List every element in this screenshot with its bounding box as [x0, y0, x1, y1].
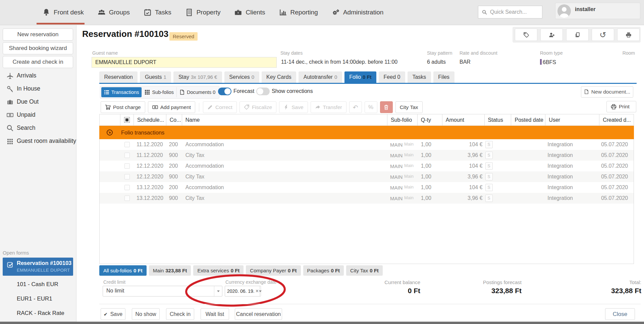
- add-payment-button[interactable]: Add payment: [148, 101, 195, 113]
- sidebar-item-unpaid[interactable]: Unpaid: [0, 108, 76, 121]
- subfolio-tab-extra-services[interactable]: Extra services0 Ft: [193, 265, 244, 276]
- subfolio-tab-main[interactable]: Main323,88 Ft: [149, 265, 191, 276]
- subfolio-tab-city-tax[interactable]: City Tax0 Ft: [346, 265, 383, 276]
- clear-icon[interactable]: ×: [256, 288, 259, 294]
- tab-autotransfer[interactable]: Autotransfer0: [299, 71, 342, 83]
- delete-button[interactable]: [380, 101, 393, 113]
- save-transaction-button[interactable]: Save: [279, 101, 308, 113]
- col-qty[interactable]: Q-ty: [418, 114, 442, 125]
- tab-reservation[interactable]: Reservation: [99, 71, 138, 83]
- copy-button[interactable]: [566, 29, 589, 41]
- forecast-toggle[interactable]: [218, 88, 231, 95]
- transaction-row[interactable]: 11.12.2020200AccommodationMAIN Main1,001…: [99, 139, 634, 150]
- cancel-reservation-button[interactable]: Cancel reservation: [235, 308, 282, 320]
- select-all-checkbox[interactable]: [124, 117, 130, 123]
- col-code[interactable]: Co...: [166, 114, 182, 125]
- nav-front-desk[interactable]: Front desk: [42, 0, 84, 25]
- quick-search-input[interactable]: Quick Search...: [478, 6, 542, 18]
- nav-tasks[interactable]: Tasks: [143, 0, 171, 25]
- col-posted-date[interactable]: Posted date: [511, 114, 545, 125]
- fiscalize-button[interactable]: Fiscalize: [239, 101, 276, 113]
- print-button[interactable]: Print: [606, 101, 636, 112]
- sidebar-item-label: Search: [17, 124, 35, 131]
- col-created-date[interactable]: Created d...: [599, 114, 634, 125]
- sidebar-item-guest-room-availability[interactable]: Guest room availability: [0, 134, 76, 148]
- transaction-row[interactable]: 13.12.2020200AccommodationMAIN Main1,001…: [99, 182, 634, 193]
- check-in-button[interactable]: Check in: [166, 308, 194, 320]
- tab-key-cards[interactable]: Key Cards: [262, 71, 297, 83]
- row-checkbox[interactable]: [124, 163, 130, 169]
- save-button[interactable]: ✔ Save: [101, 308, 125, 320]
- tab-guests[interactable]: Guests1: [140, 71, 171, 83]
- col-user[interactable]: User: [545, 114, 599, 125]
- search-placeholder: Quick Search...: [487, 9, 527, 15]
- correct-button[interactable]: Correct: [203, 101, 237, 113]
- tab-stay[interactable]: Stay3x 107,96 €: [173, 71, 222, 83]
- no-show-button[interactable]: No show: [132, 308, 160, 320]
- row-created-date: 05.07.2020: [599, 152, 634, 158]
- history-button[interactable]: ↺: [592, 29, 614, 41]
- row-checkbox[interactable]: [124, 142, 130, 147]
- tab-services[interactable]: Services0: [224, 71, 259, 83]
- subtab-sub-folios[interactable]: Sub-folios: [142, 87, 176, 97]
- folio-transactions-group-row[interactable]: Folio transactions: [99, 126, 634, 139]
- transfer-button[interactable]: Transfer: [311, 101, 346, 113]
- open-form-reservation[interactable]: Reservation #100103 EMMANUELLE DUPORT: [3, 258, 73, 276]
- nav-property[interactable]: Property: [185, 0, 221, 25]
- shared-booking-wizard-button[interactable]: Shared booking wizard: [3, 42, 73, 54]
- tab-tasks[interactable]: Tasks: [408, 71, 431, 83]
- col-schedule[interactable]: Schedule...: [134, 114, 166, 125]
- user-menu[interactable]: installer: [555, 3, 640, 19]
- chevron-down-icon[interactable]: [259, 286, 261, 296]
- tab-feed[interactable]: Feed 0: [379, 71, 405, 83]
- subtab-documents[interactable]: Documents 0: [176, 87, 218, 97]
- subfolio-tab-all[interactable]: All sub-folios0 Ft: [99, 265, 147, 276]
- subfolio-tab-packages[interactable]: Packages0 Ft: [303, 265, 344, 276]
- transaction-row[interactable]: 12.12.2020900City TaxMAIN Main1,003,96 €…: [99, 171, 634, 182]
- undo-button[interactable]: ↶: [349, 101, 362, 113]
- open-form-cash-eur[interactable]: 101 - Cash EUR: [3, 279, 73, 289]
- print-tray-button[interactable]: [617, 29, 640, 41]
- subfolio-tab-company-payer[interactable]: Company Payer0 Ft: [246, 265, 301, 276]
- col-subfolio[interactable]: Sub-folio: [387, 114, 418, 125]
- transaction-row[interactable]: 11.12.2020900City TaxMAIN Main1,003,96 €…: [99, 150, 634, 161]
- open-form-eur1[interactable]: EUR1 - EUR1: [3, 294, 73, 304]
- nav-administration[interactable]: Administration: [331, 0, 383, 25]
- close-button[interactable]: Close: [605, 308, 635, 320]
- transaction-row[interactable]: 13.12.2020900City TaxMAIN Main1,003,96 €…: [99, 193, 634, 204]
- nav-reporting[interactable]: Reporting: [279, 0, 318, 25]
- nav-clients[interactable]: Clients: [234, 0, 265, 25]
- sidebar-item-search[interactable]: Search: [0, 121, 76, 134]
- city-tax-button[interactable]: City Tax: [395, 101, 423, 113]
- row-checkbox[interactable]: [124, 185, 130, 190]
- subtab-transactions[interactable]: Transactions: [101, 87, 142, 97]
- tab-folio[interactable]: Folio0 Ft: [344, 71, 376, 83]
- sidebar-item-in-house[interactable]: In House: [0, 82, 76, 95]
- row-checkbox[interactable]: [124, 153, 130, 158]
- sidebar-item-due-out[interactable]: Due Out: [0, 95, 76, 108]
- sidebar-item-arrivals[interactable]: Arrivals: [0, 69, 76, 82]
- col-status[interactable]: Status: [485, 114, 512, 125]
- create-and-check-in-button[interactable]: Create and check in: [3, 56, 73, 68]
- guest-name-input[interactable]: EMMANUELLE DUPORT: [92, 57, 277, 68]
- nav-groups[interactable]: Groups: [97, 0, 130, 25]
- col-name[interactable]: Name: [182, 114, 387, 125]
- post-charge-button[interactable]: Post charge: [101, 101, 145, 113]
- open-form-rack-rate[interactable]: RACK - Rack Rate: [3, 308, 73, 318]
- percent-button[interactable]: %: [365, 101, 377, 113]
- exchange-date-input[interactable]: 2020. 06. 19. ×: [225, 286, 261, 296]
- show-corrections-toggle[interactable]: [256, 88, 270, 95]
- add-guest-button[interactable]: [540, 29, 563, 41]
- row-checkbox[interactable]: [124, 174, 130, 179]
- credit-limit-select[interactable]: No limit: [103, 286, 222, 296]
- chevron-down-icon[interactable]: [214, 286, 222, 296]
- tags-button[interactable]: [515, 29, 537, 41]
- col-amount[interactable]: Amount: [442, 114, 485, 125]
- new-document-button[interactable]: New document...: [581, 86, 633, 98]
- nav-label: Administration: [343, 9, 383, 16]
- row-checkbox[interactable]: [124, 196, 130, 201]
- transaction-row[interactable]: 12.12.2020200AccommodationMAIN Main1,001…: [99, 161, 634, 171]
- wait-list-button[interactable]: Wait list: [201, 308, 229, 320]
- tab-files[interactable]: Files: [433, 71, 454, 83]
- new-reservation-button[interactable]: New reservation: [3, 29, 73, 41]
